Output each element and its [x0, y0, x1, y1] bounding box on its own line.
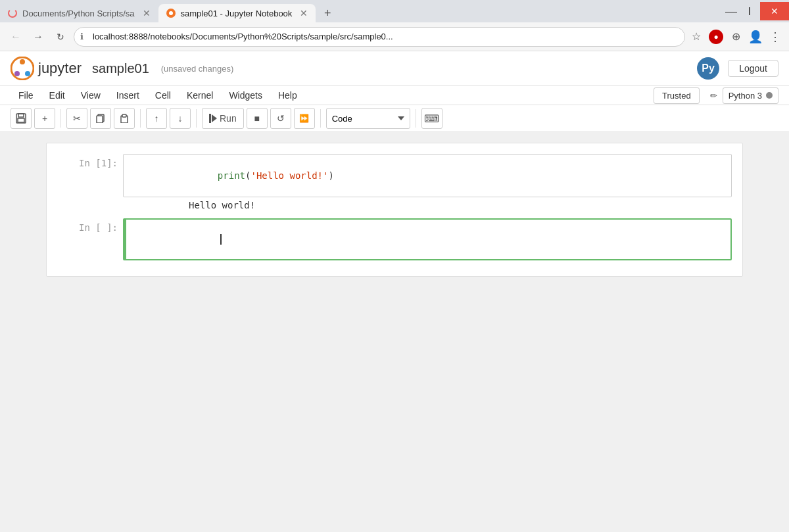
menu-edit[interactable]: Edit — [41, 86, 73, 105]
cell-1: In [1]: print('Hello world!') Hello worl… — [57, 154, 732, 213]
jupyter-favicon-icon — [166, 9, 176, 18]
menu-kernel[interactable]: Kernel — [179, 86, 221, 105]
cell-1-code[interactable]: print('Hello world!') — [124, 155, 731, 197]
cell-2-row: In [ ]: — [57, 218, 732, 260]
address-input[interactable] — [74, 27, 685, 47]
move-up-button[interactable]: ↑ — [146, 108, 167, 129]
kernel-status-dot — [766, 92, 773, 99]
copy-button[interactable] — [90, 108, 111, 129]
svg-point-3 — [20, 59, 25, 64]
minimize-button[interactable]: — — [722, 7, 740, 15]
save-icon — [16, 113, 26, 124]
menu-view[interactable]: View — [73, 86, 108, 105]
separator-5 — [416, 109, 416, 128]
stop-button[interactable]: ■ — [247, 108, 268, 129]
menu-bar: File Edit View Insert Cell Kernel Widget… — [0, 86, 789, 105]
paste-icon — [120, 114, 129, 123]
svg-rect-12 — [97, 116, 103, 123]
notebook-title[interactable]: sample01 — [92, 61, 149, 76]
tab-1-close[interactable]: ✕ — [143, 8, 151, 18]
run-button[interactable]: Run — [202, 108, 244, 129]
text-cursor — [220, 234, 227, 245]
cell-1-output-prompt — [57, 197, 123, 205]
jupyter-logo: jupyter — [11, 57, 82, 80]
move-down-button[interactable]: ↓ — [170, 108, 191, 129]
code-string-value: 'Hello world!' — [251, 170, 328, 181]
browser-tab-1[interactable]: Documents/Python Scripts/sa ✕ — [0, 4, 158, 22]
fast-forward-button[interactable]: ⏩ — [294, 108, 315, 129]
address-bar-row: ← → ↻ ℹ ☆ ● ⊕ 👤 ⋮ — [0, 22, 789, 51]
notebook-content: In [1]: print('Hello world!') Hello worl… — [0, 132, 789, 532]
menu-widgets[interactable]: Widgets — [221, 86, 270, 105]
extension-icon-2[interactable]: ⊕ — [729, 30, 743, 44]
svg-rect-10 — [18, 118, 24, 122]
svg-point-5 — [25, 71, 30, 76]
cell-2: In [ ]: — [57, 218, 732, 260]
svg-rect-9 — [18, 114, 24, 117]
unsaved-label: (unsaved changes) — [161, 64, 234, 74]
separator-2 — [140, 109, 141, 128]
kernel-indicator: Python 3 — [723, 87, 778, 104]
svg-rect-15 — [209, 114, 211, 123]
separator-1 — [60, 109, 61, 128]
close-button[interactable]: ✕ — [760, 2, 789, 20]
kernel-label: Python 3 — [729, 91, 762, 101]
menu-help[interactable]: Help — [270, 86, 305, 105]
separator-3 — [196, 109, 197, 128]
trusted-button[interactable]: Trusted — [654, 87, 700, 104]
jupyter-app: jupyter sample01 (unsaved changes) Py Lo… — [0, 51, 789, 532]
refresh-button[interactable]: ↻ — [51, 28, 70, 46]
cell-1-prompt: In [1]: — [57, 154, 123, 172]
browser-tab-2[interactable]: sample01 - Jupyter Notebook ✕ — [158, 4, 316, 22]
extension-icon-1[interactable]: ● — [709, 30, 723, 44]
cell-1-output-row: Hello world! — [57, 197, 732, 213]
save-button[interactable] — [11, 108, 32, 129]
menu-cell[interactable]: Cell — [147, 86, 179, 105]
jupyter-logo-icon — [11, 57, 34, 80]
keyboard-button[interactable]: ⌨ — [421, 108, 442, 129]
back-button[interactable]: ← — [7, 28, 25, 46]
toolbar: + ✂ ↑ ↓ — [0, 105, 789, 132]
jupyter-logo-text: jupyter — [38, 60, 82, 77]
cell-1-input[interactable]: print('Hello world!') — [123, 154, 732, 197]
code-paren-close: ) — [328, 170, 333, 181]
python-logo-icon: Py — [696, 57, 720, 80]
code-print-keyword: print — [218, 170, 245, 181]
tab-loading-icon — [8, 9, 17, 18]
svg-point-1 — [169, 11, 173, 15]
bookmark-star-icon[interactable]: ☆ — [689, 30, 704, 44]
menu-insert[interactable]: Insert — [108, 86, 147, 105]
restart-button[interactable]: ↺ — [270, 108, 291, 129]
notebook-container: In [1]: print('Hello world!') Hello worl… — [46, 143, 743, 277]
copy-icon — [96, 114, 105, 123]
separator-4 — [320, 109, 321, 128]
menu-file[interactable]: File — [11, 86, 41, 105]
tab-1-label: Documents/Python Scripts/sa — [22, 9, 135, 18]
paste-button[interactable] — [114, 108, 135, 129]
new-tab-button[interactable]: + — [318, 4, 337, 22]
menu-icon[interactable]: ⋮ — [768, 30, 782, 44]
cell-type-select[interactable]: Code Markdown Raw NBConvert Heading — [326, 108, 410, 129]
cut-button[interactable]: ✂ — [66, 108, 87, 129]
add-cell-button[interactable]: + — [34, 108, 55, 129]
jupyter-header: jupyter sample01 (unsaved changes) Py Lo… — [0, 51, 789, 86]
edit-pencil-button[interactable]: ✏ — [705, 88, 723, 103]
tab-2-label: sample01 - Jupyter Notebook — [181, 9, 293, 18]
cell-2-code[interactable] — [126, 220, 730, 259]
forward-button[interactable]: → — [29, 28, 47, 46]
tab-2-close[interactable]: ✕ — [300, 8, 308, 18]
svg-point-4 — [14, 71, 20, 76]
run-icon — [209, 114, 217, 123]
profile-icon[interactable]: 👤 — [748, 30, 763, 44]
cell-2-prompt: In [ ]: — [57, 218, 123, 237]
svg-text:Py: Py — [702, 62, 715, 74]
info-icon: ℹ — [80, 32, 84, 41]
svg-marker-16 — [212, 114, 217, 122]
svg-rect-14 — [122, 114, 126, 117]
maximize-button[interactable] — [740, 7, 759, 15]
cell-1-output: Hello world! — [189, 197, 255, 213]
run-label: Run — [220, 113, 237, 124]
logout-button[interactable]: Logout — [728, 60, 778, 77]
cell-2-input[interactable] — [123, 218, 732, 260]
cell-1-row: In [1]: print('Hello world!') — [57, 154, 732, 197]
